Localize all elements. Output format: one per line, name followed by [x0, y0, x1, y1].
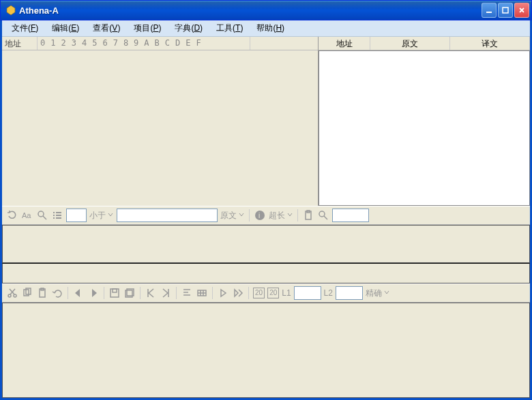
maximize-button[interactable] — [498, 3, 513, 18]
arrow-right-icon[interactable] — [87, 287, 100, 299]
clipboard-icon[interactable] — [302, 209, 314, 221]
app-icon — [5, 5, 16, 16]
svg-point-15 — [8, 294, 11, 297]
titlebar: Athena-A — [0, 0, 532, 20]
save-all-icon[interactable] — [123, 287, 136, 299]
svg-rect-22 — [113, 289, 117, 292]
chevron-down-icon — [107, 211, 114, 220]
separator — [104, 287, 104, 299]
svg-rect-6 — [53, 215, 55, 216]
hex-header-address: 地址 — [2, 37, 38, 50]
svg-rect-7 — [56, 215, 61, 216]
first-icon[interactable] — [145, 287, 157, 299]
svg-rect-5 — [56, 212, 61, 213]
list-icon[interactable] — [51, 209, 63, 221]
svg-text:Aa: Aa — [22, 211, 31, 219]
source-text-pane[interactable] — [2, 225, 530, 263]
menu-file[interactable]: 文件(F) — [5, 21, 45, 35]
l2-label: L2 — [324, 288, 333, 298]
svg-rect-0 — [486, 12, 492, 13]
cut-icon[interactable] — [6, 287, 18, 299]
less-than-dropdown[interactable]: 小于 — [89, 210, 114, 221]
hex-editor: 地址 0 1 2 3 4 5 6 7 8 9 A B C D E — [2, 37, 319, 206]
chevron-down-icon — [383, 288, 390, 298]
svg-point-16 — [14, 294, 16, 297]
search-icon[interactable] — [36, 209, 48, 221]
menu-tools[interactable]: 工具(T) — [209, 21, 250, 35]
l1-input[interactable] — [294, 286, 321, 300]
grid-icon[interactable] — [196, 287, 208, 299]
translation-table: 地址 原文 译文 — [319, 37, 530, 206]
menu-dict[interactable]: 字典(D) — [168, 21, 209, 35]
play-all-icon[interactable] — [232, 287, 244, 299]
undo-icon[interactable] — [51, 287, 63, 299]
th-translation[interactable]: 译文 — [450, 37, 530, 50]
menu-edit[interactable]: 编辑(E) — [45, 21, 86, 35]
chevron-down-icon — [286, 211, 293, 220]
hex-body[interactable] — [2, 50, 318, 206]
paste-icon[interactable] — [36, 287, 48, 299]
svg-rect-1 — [503, 7, 508, 13]
hex-header-columns: 0 1 2 3 4 5 6 7 8 9 A B C D E F — [38, 37, 250, 50]
minimize-button[interactable] — [482, 3, 497, 18]
l1-label: L1 — [282, 288, 291, 298]
font-icon[interactable]: Aa — [21, 209, 33, 221]
save-icon[interactable] — [108, 287, 121, 299]
edit-toolbar: 20 20 L1 L2 精确 — [2, 283, 530, 303]
align-icon[interactable] — [181, 287, 193, 299]
svg-rect-8 — [53, 217, 55, 219]
arrow-left-icon[interactable] — [72, 287, 85, 299]
menu-view[interactable]: 查看(V) — [86, 21, 127, 35]
chevron-down-icon — [238, 211, 245, 220]
svg-point-14 — [319, 211, 325, 217]
source-dropdown[interactable]: 原文 — [220, 210, 245, 221]
precision-dropdown[interactable]: 精确 — [366, 288, 390, 299]
svg-text:i: i — [258, 212, 260, 219]
encoding-badge-1[interactable]: 20 — [253, 288, 265, 298]
separator — [68, 287, 68, 299]
main-panels: 地址 0 1 2 3 4 5 6 7 8 9 A B C D E — [2, 37, 530, 206]
translation-line-pane[interactable] — [2, 263, 530, 283]
close-button[interactable] — [514, 3, 529, 18]
separator — [140, 287, 141, 299]
separator — [297, 209, 298, 221]
filter-value-input[interactable] — [66, 209, 87, 222]
th-address[interactable]: 地址 — [319, 37, 370, 50]
separator — [212, 287, 213, 299]
svg-rect-4 — [53, 212, 55, 213]
play-icon[interactable] — [217, 287, 229, 299]
search-toolbar: Aa 小于 原文 i 超长 — [2, 206, 530, 225]
hex-header: 地址 0 1 2 3 4 5 6 7 8 9 A B C D E — [2, 37, 318, 50]
hex-header-dump — [250, 37, 318, 50]
search-small-icon[interactable] — [317, 209, 329, 221]
svg-point-3 — [38, 211, 44, 217]
window-title: Athena-A — [19, 5, 482, 16]
menu-project[interactable]: 项目(P) — [127, 21, 168, 35]
l2-input[interactable] — [336, 286, 363, 300]
quick-search-input[interactable] — [332, 209, 369, 222]
menu-help[interactable]: 帮助(H) — [250, 21, 291, 35]
separator — [249, 209, 250, 221]
refresh-icon[interactable] — [6, 209, 18, 221]
table-header: 地址 原文 译文 — [319, 37, 530, 50]
last-icon[interactable] — [160, 287, 172, 299]
copy-icon[interactable] — [21, 287, 33, 299]
search-input[interactable] — [117, 209, 218, 222]
table-body[interactable] — [319, 50, 530, 206]
translation-text-pane[interactable] — [2, 303, 530, 398]
encoding-badge-2[interactable]: 20 — [267, 288, 279, 298]
svg-rect-21 — [110, 289, 119, 297]
overlong-dropdown[interactable]: 超长 — [269, 210, 293, 221]
info-icon[interactable]: i — [254, 209, 266, 221]
separator — [176, 287, 177, 299]
th-source[interactable]: 原文 — [370, 37, 450, 50]
separator — [248, 287, 249, 299]
svg-rect-9 — [56, 217, 61, 219]
menubar: 文件(F) 编辑(E) 查看(V) 项目(P) 字典(D) 工具(T) 帮助(H… — [2, 20, 530, 37]
